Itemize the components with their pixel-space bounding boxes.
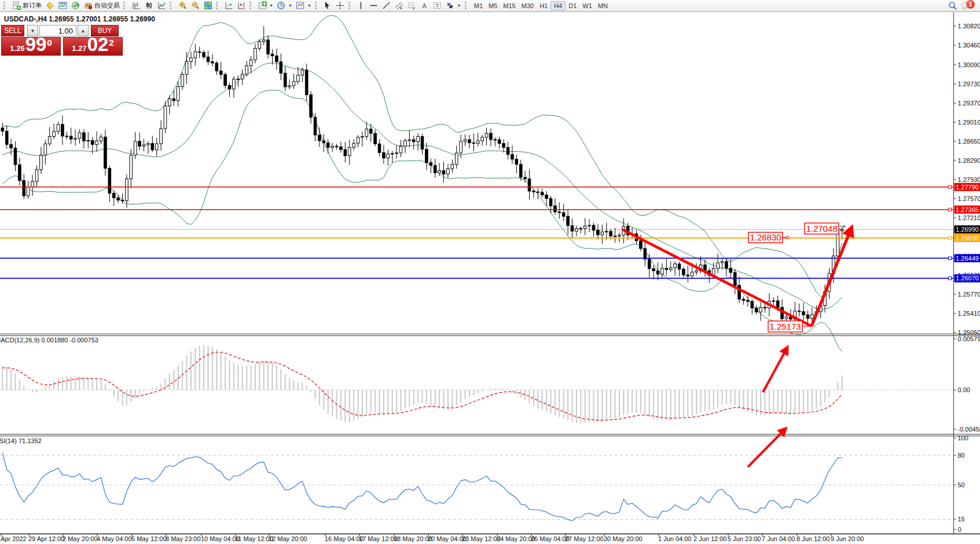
timeframe-M5[interactable]: M5 <box>486 1 500 10</box>
timeframe-M30[interactable]: M30 <box>519 1 537 10</box>
sell-button[interactable]: SELL <box>1 25 24 36</box>
bar-chart-button[interactable] <box>130 1 142 11</box>
one-click-trading-panel: SELL ▼ ▲ BUY 1.26 99 0 1.27 02 2 <box>1 25 123 56</box>
hline-anchor <box>949 236 952 239</box>
time-axis[interactable]: Apr 202229 Apr 12:002 May 20:004 May 04:… <box>1 534 864 543</box>
auto-scroll-button[interactable] <box>222 1 235 11</box>
mt4-window: 新订单 自动交易 <box>0 0 980 544</box>
periods-button[interactable]: ▼ <box>275 1 294 11</box>
toolbar-grip[interactable] <box>465 2 469 9</box>
ask-price[interactable]: 1.27 02 2 <box>63 37 123 56</box>
zoom-in-icon <box>178 1 187 10</box>
bid-price[interactable]: 1.26 99 0 <box>1 37 61 56</box>
price-badge-1.27790: 1.27790 <box>955 183 980 191</box>
styler-button[interactable] <box>43 1 56 11</box>
trendline-down[interactable] <box>622 229 812 326</box>
svg-text:26 May 04:00: 26 May 04:00 <box>531 535 570 542</box>
ask-price-small: 1.27 <box>72 45 86 52</box>
hline-anchor <box>949 208 952 211</box>
svg-text:23 May 12:00: 23 May 12:00 <box>462 535 501 542</box>
cursor-button[interactable] <box>321 1 334 11</box>
svg-text:7 Jun 04:00: 7 Jun 04:00 <box>762 535 795 542</box>
new-order-button[interactable]: 新订单 <box>10 1 43 11</box>
svg-text:1.25173: 1.25173 <box>769 322 801 331</box>
timeframe-MN[interactable]: MN <box>595 1 611 10</box>
svg-text:15: 15 <box>958 516 965 523</box>
chart-canvas[interactable]: 1.308201.304601.300901.297301.293701.290… <box>0 0 980 544</box>
svg-text:1.29010: 1.29010 <box>958 119 980 126</box>
toolbar-grip[interactable] <box>216 2 221 9</box>
auto-scroll-icon <box>224 1 233 10</box>
svg-text:1.27210: 1.27210 <box>958 214 980 221</box>
chart-shift-button[interactable] <box>235 1 248 11</box>
bollinger-bands <box>2 16 842 352</box>
toolbar-grip[interactable] <box>348 2 353 9</box>
toolbar-grip[interactable] <box>3 2 8 9</box>
toolbar-grip[interactable] <box>123 2 128 9</box>
terminal-button[interactable] <box>56 1 69 11</box>
toolbar-grip[interactable] <box>170 2 174 9</box>
tile-windows-button[interactable] <box>201 1 214 11</box>
news-button[interactable] <box>69 1 82 11</box>
notification-badge[interactable]: 1 <box>966 0 975 9</box>
price-annotation-1.27048[interactable]: 1.27048 <box>805 223 843 234</box>
svg-text:-0.004582: -0.004582 <box>958 426 980 433</box>
trendline-icon <box>382 1 391 10</box>
macd-signal-line <box>2 352 842 420</box>
chart-shift-icon <box>237 1 246 10</box>
candlestick-chart-button[interactable] <box>142 1 155 11</box>
vertical-line-icon <box>357 1 366 10</box>
diamond-icon <box>45 1 54 10</box>
timeframe-M15[interactable]: M15 <box>500 1 518 10</box>
search-icon[interactable] <box>948 1 957 10</box>
zoom-in-button[interactable] <box>176 1 189 11</box>
fibonacci-button[interactable]: F <box>406 1 419 11</box>
candlestick-icon <box>144 1 153 10</box>
svg-text:10 May 04:00: 10 May 04:00 <box>201 535 240 542</box>
rsi-indicator-label: RSI(14) 71.1352 <box>0 437 42 444</box>
svg-text:F: F <box>413 7 415 10</box>
channel-button[interactable]: E <box>393 1 406 11</box>
toolbar-right: 1 <box>948 1 978 10</box>
text-button[interactable]: A <box>419 1 431 11</box>
svg-text:1.25410: 1.25410 <box>958 310 980 317</box>
arrows-icon <box>446 1 455 10</box>
text-label-button[interactable]: T <box>431 1 444 11</box>
trendline-button[interactable] <box>380 1 393 11</box>
autotrading-button[interactable]: 自动交易 <box>82 1 122 11</box>
crosshair-button[interactable] <box>334 1 347 11</box>
horizontal-line-icon <box>369 1 379 10</box>
arrows-button[interactable]: ▼ <box>444 1 463 11</box>
svg-text:27 May 12:00: 27 May 12:00 <box>565 535 604 542</box>
timeframe-M1[interactable]: M1 <box>471 1 486 10</box>
svg-text:1.30460: 1.30460 <box>958 42 980 49</box>
svg-text:30 May 20:00: 30 May 20:00 <box>604 535 643 542</box>
timeframe-H4[interactable]: H4 <box>550 1 566 10</box>
svg-text:1.27930: 1.27930 <box>958 176 980 183</box>
trend-arrow-up[interactable] <box>812 228 851 326</box>
price-annotation-1.26830[interactable]: 1.26830 <box>748 232 788 243</box>
line-chart-button[interactable] <box>155 1 168 11</box>
macd-histogram <box>2 345 842 423</box>
svg-text:18 May 20:00: 18 May 20:00 <box>394 535 432 542</box>
svg-text:2 Jun 12:00: 2 Jun 12:00 <box>693 535 727 542</box>
macd-indicator-label: MACD(12,26,9) 0.001880 -0.000753 <box>0 337 98 344</box>
timeframe-W1[interactable]: W1 <box>579 1 595 10</box>
toolbar-grip[interactable] <box>249 2 254 9</box>
macd-arrow-up[interactable] <box>763 348 787 392</box>
indicators-button[interactable]: ▼ <box>256 1 275 11</box>
vertical-line-button[interactable] <box>355 1 368 11</box>
bid-price-small: 1.26 <box>10 45 24 52</box>
timeframe-D1[interactable]: D1 <box>566 1 579 10</box>
horizontal-line-button[interactable] <box>368 1 380 11</box>
hline-anchor <box>949 277 952 280</box>
templates-button[interactable]: ▼ <box>294 1 313 11</box>
price-badge-1.27365: 1.27365 <box>955 206 980 214</box>
price-badge-1.26830: 1.26830 <box>955 234 980 242</box>
toolbar-grip[interactable] <box>315 2 320 9</box>
bid-price-big: 99 <box>25 35 47 54</box>
svg-text:1.29370: 1.29370 <box>958 100 980 107</box>
timeframe-H1[interactable]: H1 <box>537 1 550 10</box>
text-label-icon: T <box>433 1 442 10</box>
zoom-out-button[interactable] <box>189 1 201 11</box>
